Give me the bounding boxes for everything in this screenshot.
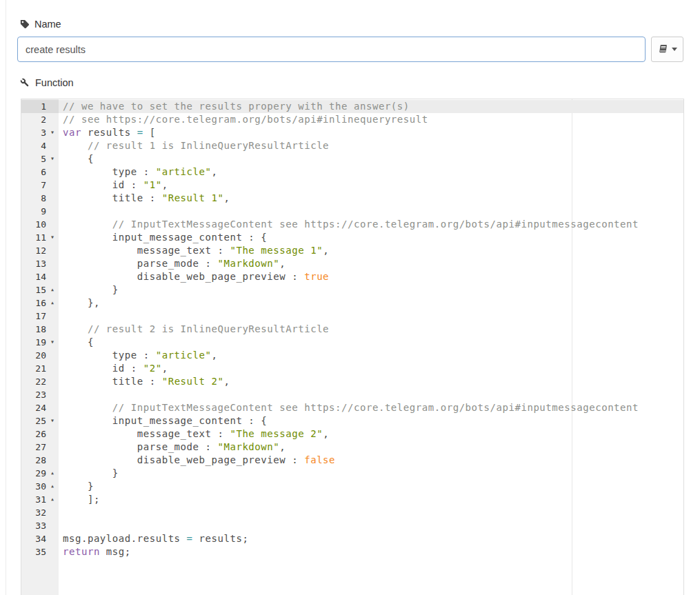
code-editor[interactable]: 1// we have to set the results propery w…: [21, 99, 684, 595]
code-line-row[interactable]: 4 // result 1 is InlineQueryResultArticl…: [21, 139, 683, 152]
code-line-row[interactable]: 25▾ input_message_content : {: [21, 414, 683, 427]
code-line-row[interactable]: 2// see https://core.telegram.org/bots/a…: [21, 113, 683, 126]
code-line-row[interactable]: 5▾ {: [21, 152, 683, 165]
library-button[interactable]: [651, 37, 683, 62]
code-line-row[interactable]: 32: [21, 506, 683, 519]
code-line-row[interactable]: 28 disable_web_page_preview : false: [21, 454, 683, 467]
code-line[interactable]: {: [59, 336, 683, 349]
fold-slot: [46, 100, 59, 113]
code-line-row[interactable]: 22 title : "Result 2",: [21, 375, 683, 388]
code-line[interactable]: // result 2 is InlineQueryResultArticle: [59, 323, 683, 336]
code-line[interactable]: type : "article",: [59, 349, 683, 362]
fold-slot: [46, 179, 59, 192]
fold-open-icon[interactable]: ▾: [46, 414, 59, 427]
code-line[interactable]: {: [59, 152, 683, 165]
code-line[interactable]: disable_web_page_preview : true: [59, 270, 683, 283]
line-number: 5: [21, 152, 46, 165]
code-line-row[interactable]: 20 type : "article",: [21, 349, 683, 362]
code-line[interactable]: type : "article",: [59, 165, 683, 179]
code-line[interactable]: }: [59, 480, 683, 493]
code-line-row[interactable]: 16▴ },: [21, 296, 683, 310]
line-number: 11: [21, 231, 46, 244]
code-line-row[interactable]: 34msg.payload.results = results;: [21, 532, 683, 545]
code-line[interactable]: ];: [59, 493, 683, 506]
fold-slot: [46, 362, 59, 375]
code-line[interactable]: [59, 506, 683, 519]
gutter-cell: 15▴: [21, 283, 59, 296]
code-line[interactable]: // see https://core.telegram.org/bots/ap…: [59, 113, 683, 126]
code-line-row[interactable]: 33: [21, 519, 683, 532]
fold-open-icon[interactable]: ▾: [46, 126, 59, 139]
code-line[interactable]: id : "1",: [59, 179, 683, 192]
code-line[interactable]: [59, 388, 683, 401]
code-line[interactable]: // we have to set the results propery wi…: [59, 100, 683, 113]
code-line[interactable]: input_message_content : {: [59, 231, 683, 244]
fold-open-icon[interactable]: ▾: [46, 152, 59, 165]
code-line[interactable]: [59, 205, 683, 218]
code-line-row[interactable]: 13 parse_mode : "Markdown",: [21, 257, 683, 270]
code-line-row[interactable]: 24 // InputTextMessageContent see https:…: [21, 401, 683, 414]
code-line-row[interactable]: 3▾var results = [: [21, 126, 683, 139]
gutter-cell: 12: [21, 244, 59, 257]
code-line-row[interactable]: 7 id : "1",: [21, 179, 683, 192]
code-line[interactable]: input_message_content : {: [59, 414, 683, 427]
code-line-row[interactable]: 18 // result 2 is InlineQueryResultArtic…: [21, 323, 683, 336]
code-line[interactable]: // InputTextMessageContent see https://c…: [59, 218, 683, 231]
name-input[interactable]: [17, 37, 646, 62]
code-line-row[interactable]: 11▾ input_message_content : {: [21, 231, 683, 244]
code-line-row[interactable]: 21 id : "2",: [21, 362, 683, 375]
code-line-row[interactable]: 14 disable_web_page_preview : true: [21, 270, 683, 283]
code-line[interactable]: return msg;: [59, 545, 683, 558]
fold-slot: [46, 323, 59, 336]
code-line-row[interactable]: 10 // InputTextMessageContent see https:…: [21, 218, 683, 231]
code-line-row[interactable]: 6 type : "article",: [21, 165, 683, 179]
line-number: 35: [21, 545, 46, 558]
code-line-row[interactable]: 9: [21, 205, 683, 218]
fold-close-icon[interactable]: ▴: [46, 296, 59, 310]
code-line-row[interactable]: 17: [21, 310, 683, 323]
gutter-cell: 6: [21, 165, 59, 179]
line-number: 3: [21, 126, 46, 139]
code-line[interactable]: var results = [: [59, 126, 683, 139]
code-line-row[interactable]: 8 title : "Result 1",: [21, 192, 683, 205]
code-line[interactable]: [59, 310, 683, 323]
code-line-row[interactable]: 27 parse_mode : "Markdown",: [21, 441, 683, 454]
code-line[interactable]: msg.payload.results = results;: [59, 532, 683, 545]
code-line[interactable]: // InputTextMessageContent see https://c…: [59, 401, 683, 414]
code-line-row[interactable]: 26 message_text : "The message 2",: [21, 427, 683, 441]
code-line-row[interactable]: 30▴ }: [21, 480, 683, 493]
code-line-row[interactable]: 23: [21, 388, 683, 401]
fold-open-icon[interactable]: ▾: [46, 231, 59, 244]
fold-close-icon[interactable]: ▴: [46, 467, 59, 480]
code-line[interactable]: parse_mode : "Markdown",: [59, 257, 683, 270]
code-line[interactable]: parse_mode : "Markdown",: [59, 441, 683, 454]
code-line[interactable]: },: [59, 296, 683, 310]
code-line-row[interactable]: 35return msg;: [21, 545, 683, 558]
code-line-row[interactable]: 1// we have to set the results propery w…: [21, 100, 683, 113]
code-line[interactable]: message_text : "The message 1",: [59, 244, 683, 257]
fold-slot: [46, 532, 59, 545]
fold-slot: [46, 519, 59, 532]
code-line-row[interactable]: 19▾ {: [21, 336, 683, 349]
fold-open-icon[interactable]: ▾: [46, 336, 59, 349]
fold-close-icon[interactable]: ▴: [46, 480, 59, 493]
fold-close-icon[interactable]: ▴: [46, 493, 59, 506]
code-line[interactable]: message_text : "The message 2",: [59, 427, 683, 441]
code-line[interactable]: // result 1 is InlineQueryResultArticle: [59, 139, 683, 152]
code-line[interactable]: title : "Result 2",: [59, 375, 683, 388]
code-line[interactable]: }: [59, 467, 683, 480]
code-line[interactable]: disable_web_page_preview : false: [59, 454, 683, 467]
gutter-cell: 28: [21, 454, 59, 467]
code-line[interactable]: id : "2",: [59, 362, 683, 375]
code-line-row[interactable]: 29▴ }: [21, 467, 683, 480]
code-line[interactable]: title : "Result 1",: [59, 192, 683, 205]
code-line[interactable]: [59, 519, 683, 532]
gutter-cell: 7: [21, 179, 59, 192]
fold-slot: [46, 454, 59, 467]
code-line-row[interactable]: 12 message_text : "The message 1",: [21, 244, 683, 257]
code-line-row[interactable]: 15▴ }: [21, 283, 683, 296]
code-line-row[interactable]: 31▴ ];: [21, 493, 683, 506]
fold-close-icon[interactable]: ▴: [46, 283, 59, 296]
code-line[interactable]: }: [59, 283, 683, 296]
line-number: 1: [21, 100, 46, 113]
